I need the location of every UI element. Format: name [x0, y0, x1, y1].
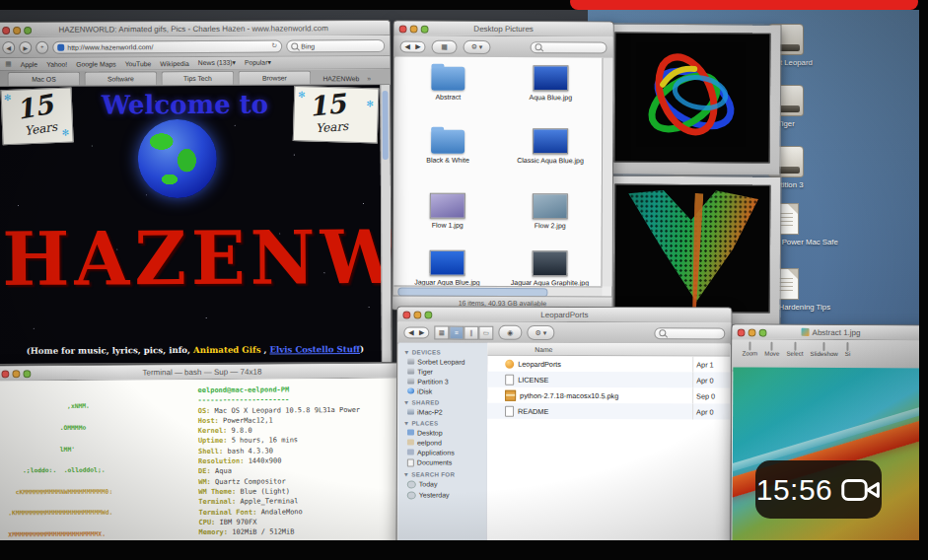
window-controls[interactable]	[2, 27, 32, 35]
close-icon[interactable]	[402, 311, 410, 318]
file-item-jaguar-aqua-graphite[interactable]: Jaguar Aqua Graphite.jpg	[502, 250, 597, 286]
slideshow-button[interactable]: Slideshow	[811, 343, 838, 357]
close-icon[interactable]	[738, 329, 746, 337]
bookmark-google-maps[interactable]: Google Maps	[76, 60, 115, 67]
view-switcher[interactable]: ▦≡∥▭	[434, 325, 493, 339]
file-row-readme[interactable]: README Apr 0	[487, 403, 730, 420]
add-bookmark-button[interactable]: +	[36, 40, 48, 53]
list-view-button[interactable]: ≡	[449, 325, 464, 339]
sidebar-item-desktop[interactable]: Desktop	[398, 427, 487, 437]
sidebar-item-yesterday[interactable]: Yesterday	[398, 489, 487, 500]
sidebar-item-documents[interactable]: Documents	[398, 456, 487, 467]
back-button[interactable]: ◀	[2, 40, 15, 53]
sidebar-item-today[interactable]: Today	[398, 478, 487, 489]
minimize-icon[interactable]	[410, 26, 418, 34]
url-text[interactable]: http://www.hazenworld.com/	[67, 42, 271, 50]
back-forward-buttons[interactable]: ◀▶	[403, 326, 429, 338]
bookmark-wikipedia[interactable]: Wikipedia	[160, 60, 189, 67]
video-progress-bar[interactable]	[570, 0, 918, 10]
coverflow-view-button[interactable]: ▭	[478, 325, 493, 339]
bookmark-news[interactable]: News (133)▾	[198, 59, 236, 67]
window-controls[interactable]	[738, 329, 767, 337]
bookmark-apple[interactable]: Apple	[21, 60, 37, 67]
back-icon[interactable]: ◀	[408, 328, 413, 336]
bookmarks-grid-icon[interactable]: ▦	[5, 60, 11, 68]
back-forward-buttons[interactable]: ◀▶	[400, 40, 426, 52]
column-view-button[interactable]: ∥	[464, 325, 478, 339]
close-icon[interactable]	[399, 26, 407, 34]
address-bar[interactable]: http://www.hazenworld.com/ ↻	[52, 39, 282, 53]
file-item-flow-2[interactable]: Flow 2.jpg	[503, 193, 598, 230]
bookmark-yahoo[interactable]: Yahoo!	[46, 60, 67, 67]
tab-browser[interactable]: Browser	[238, 70, 311, 84]
zoom-icon[interactable]	[23, 370, 31, 378]
file-item-flow-1[interactable]: Flow 1.jpg	[400, 193, 495, 230]
sidebar-item-tiger[interactable]: Tiger	[398, 366, 487, 376]
action-menu-button[interactable]: ⚙ ▾	[463, 39, 490, 53]
bookmark-youtube[interactable]: YouTube	[125, 60, 152, 67]
file-row-leopardports[interactable]: LeopardPorts Apr 1	[487, 356, 730, 373]
file-row-python-pkg[interactable]: python-2.7.18-macosx10.5.pkg Sep 0	[487, 387, 730, 404]
minimize-icon[interactable]	[749, 329, 756, 337]
sidebar-item-idisk[interactable]: iDisk	[398, 385, 487, 395]
zoom-icon[interactable]	[24, 27, 32, 35]
icon-view-button[interactable]: ▦	[434, 325, 449, 339]
sidebar-item-home[interactable]: eelpond	[398, 437, 487, 447]
forward-button[interactable]: ▶	[19, 40, 32, 53]
window-controls[interactable]	[402, 311, 432, 318]
file-item-abstract[interactable]: Abstract	[400, 65, 495, 102]
preview-titlebar[interactable]: Abstract 1.jpg	[733, 324, 928, 340]
zoom-icon[interactable]	[424, 312, 432, 319]
forward-icon[interactable]: ▶	[419, 328, 424, 336]
select-button[interactable]: Select	[786, 343, 803, 357]
tab-software[interactable]: Software	[84, 71, 157, 85]
bookmark-popular[interactable]: Popular▾	[245, 59, 271, 67]
tab-overflow-chevron-icon[interactable]: »	[367, 75, 371, 82]
tab-tips-tech[interactable]: Tips Tech	[161, 71, 234, 85]
ports-titlebar[interactable]: LeopardPorts	[397, 307, 731, 322]
sidebar-item-sorbet-leopard[interactable]: Sorbet Leopard	[398, 356, 487, 366]
sidebar-button[interactable]: Si	[845, 343, 851, 357]
video-duration-overlay[interactable]: 15:56	[755, 460, 882, 519]
file-row-license[interactable]: LICENSE Apr 0	[487, 372, 730, 388]
vertical-scrollbar[interactable]	[601, 57, 612, 286]
zoom-icon[interactable]	[759, 329, 767, 337]
column-header-name[interactable]: Name	[535, 345, 552, 352]
search-field[interactable]	[654, 327, 725, 339]
page-scrollbar[interactable]	[380, 85, 391, 362]
search-engine-label[interactable]: Bing	[301, 42, 315, 49]
file-item-jaguar-aqua-blue[interactable]: Jaguar Aqua Blue.jpg	[399, 250, 494, 287]
minimize-icon[interactable]	[12, 370, 20, 378]
search-field[interactable]	[530, 41, 607, 53]
elvis-costello-link[interactable]: Elvis Costello Stuff	[269, 344, 360, 354]
file-item-black-white[interactable]: Black & White	[400, 128, 495, 165]
minimize-icon[interactable]	[13, 27, 21, 35]
move-button[interactable]: Move	[764, 343, 779, 357]
file-item-aqua-blue[interactable]: Aqua Blue.jpg	[503, 65, 598, 102]
search-bar[interactable]: Bing	[286, 38, 385, 52]
file-item-classic-aqua-blue[interactable]: Classic Aqua Blue.jpg	[503, 128, 598, 165]
back-icon[interactable]: ◀	[405, 42, 410, 50]
close-icon[interactable]	[1, 370, 9, 378]
close-icon[interactable]	[2, 27, 10, 35]
quick-look-button[interactable]: ◉	[498, 325, 522, 340]
sidebar-item-partition-3[interactable]: Partition 3	[398, 376, 487, 385]
animated-gifs-link[interactable]: Animated Gifs	[193, 345, 260, 355]
zoom-icon[interactable]	[421, 26, 429, 34]
list-header[interactable]: Name Date	[487, 343, 730, 357]
scrollbar-thumb[interactable]	[382, 91, 388, 160]
sidebar-item-shared-mac[interactable]: iMac-P2	[398, 406, 487, 416]
forward-icon[interactable]: ▶	[415, 42, 420, 50]
tab-overflow-label[interactable]: HAZENWeb	[322, 75, 359, 82]
window-controls[interactable]	[1, 370, 31, 378]
terminal-content[interactable]: ,xNMM. .OMMMMo lMM' .;loddo:. .olloddol;…	[0, 379, 399, 550]
tab-mac-os[interactable]: Mac OS	[7, 72, 80, 86]
minimize-icon[interactable]	[413, 311, 421, 318]
reload-icon[interactable]: ↻	[271, 42, 277, 50]
view-toggle-button[interactable]: ▦	[431, 39, 457, 53]
pictures-titlebar[interactable]: Desktop Pictures	[394, 22, 613, 37]
zoom-buttons[interactable]: Zoom	[742, 343, 757, 357]
window-controls[interactable]	[399, 26, 429, 34]
action-menu-button[interactable]: ⚙ ▾	[527, 325, 554, 340]
sidebar-item-applications[interactable]: Applications	[398, 447, 487, 456]
